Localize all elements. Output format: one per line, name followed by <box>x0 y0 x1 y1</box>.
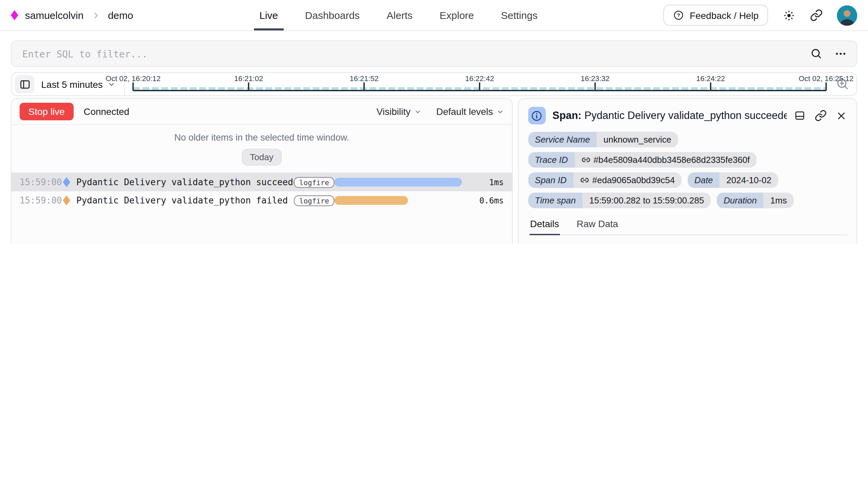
detail-tabs: DetailsRaw Data <box>528 218 847 235</box>
badge-rows: Service Nameunknown_serviceTrace ID#b4e5… <box>528 132 847 208</box>
log-row[interactable]: 15:59:00Pydantic Delivery validate_pytho… <box>11 173 512 191</box>
header-actions: ? Feedback / Help <box>663 5 857 26</box>
log-row-duration: 1ms <box>470 177 504 187</box>
attribute-label: Date <box>688 172 720 188</box>
log-row-message: Pydantic Delivery validate_python succee… <box>76 177 294 187</box>
log-row[interactable]: 15:59:00Pydantic Delivery validate_pytho… <box>11 191 512 210</box>
attribute-pill-time-span: Time span15:59:00.282 to 15:59:00.285 <box>528 193 711 208</box>
dock-panel-icon[interactable] <box>794 109 806 122</box>
nav-tab-explore[interactable]: Explore <box>440 0 474 30</box>
breadcrumb: samuelcolvin demo <box>11 9 133 21</box>
content-panels: Stop live Connected Visibility Default l… <box>11 98 857 244</box>
stop-live-button[interactable]: Stop live <box>20 103 73 120</box>
time-range-label: Last 5 minutes <box>41 79 103 90</box>
chevron-down-icon <box>414 108 421 115</box>
main-nav: LiveDashboardsAlertsExploreSettings <box>259 0 538 30</box>
visibility-dropdown[interactable]: Visibility <box>377 106 422 117</box>
more-options-icon[interactable] <box>834 47 847 60</box>
svg-text:?: ? <box>677 13 680 18</box>
duration-bar-track <box>334 196 462 205</box>
empty-window-message: No older items in the selected time wind… <box>11 132 512 143</box>
log-row-duration: 0.6ms <box>470 196 504 205</box>
log-row-time: 15:59:00 <box>20 177 61 187</box>
share-link-icon[interactable] <box>810 9 823 22</box>
chevron-down-icon <box>496 108 504 115</box>
timeline-tick-label: 16:22:42 <box>465 74 494 82</box>
attribute-label: Service Name <box>528 132 597 147</box>
default-levels-label: Default levels <box>436 106 493 117</box>
badge-row: Service Nameunknown_service <box>528 132 678 147</box>
log-level-diamond-icon <box>63 195 70 205</box>
logfire-tag[interactable]: logfire <box>294 177 335 188</box>
breadcrumb-project[interactable]: demo <box>108 9 133 21</box>
attribute-pill-date: Date2024-10-02 <box>688 172 778 188</box>
live-panel-header: Stop live Connected Visibility Default l… <box>11 99 512 125</box>
timeline-tick <box>594 82 595 91</box>
empty-window-section: No older items in the selected time wind… <box>11 125 512 173</box>
duration-bar-track <box>334 178 462 187</box>
log-level-diamond-icon <box>63 177 70 187</box>
badge-row: Time span15:59:00.282 to 15:59:00.285Dur… <box>528 193 794 208</box>
attribute-value-text: 2024-10-02 <box>726 175 771 185</box>
attribute-pill-trace-id: Trace ID#b4e5809a440dbb3458e68d2335fe360… <box>528 152 757 168</box>
attribute-pill-duration: Duration1ms <box>717 193 794 208</box>
question-circle-icon: ? <box>673 9 684 21</box>
default-levels-dropdown[interactable]: Default levels <box>436 106 504 117</box>
timeline-tick-label: 16:21:02 <box>234 74 263 82</box>
link-icon[interactable] <box>581 155 590 164</box>
badge-row: Trace ID#b4e5809a440dbb3458e68d2335fe360… <box>528 152 757 168</box>
timeline-tick <box>132 82 133 91</box>
theme-toggle-sun-icon[interactable] <box>782 8 796 22</box>
attribute-value-text: 15:59:00.282 to 15:59:00.285 <box>589 195 704 205</box>
info-icon <box>528 107 546 124</box>
sidebar-toggle-icon[interactable] <box>15 75 34 93</box>
feedback-help-button[interactable]: ? Feedback / Help <box>663 5 768 26</box>
sql-filter-bar <box>11 41 857 67</box>
attribute-pill-service-name: Service Nameunknown_service <box>528 132 678 147</box>
timeline-tick <box>825 82 826 91</box>
chevron-right-icon <box>92 11 100 19</box>
log-row-tag-cell: logfire <box>294 195 332 206</box>
nav-tab-settings[interactable]: Settings <box>501 0 537 30</box>
attribute-value: 15:59:00.282 to 15:59:00.285 <box>583 193 711 208</box>
log-list: 15:59:00Pydantic Delivery validate_pytho… <box>11 173 512 210</box>
logfire-logo-icon[interactable] <box>11 10 18 20</box>
timeline-tick-label: Oct 02, 16:20:12 <box>106 74 161 82</box>
timeline-tick-label: 16:24:22 <box>696 74 725 82</box>
nav-tab-alerts[interactable]: Alerts <box>387 0 413 30</box>
attribute-value-text: 1ms <box>770 195 787 205</box>
badge-row: Span ID#eda9065a0bd39c54Date2024-10-02 <box>528 172 778 188</box>
visibility-label: Visibility <box>377 106 411 117</box>
attribute-pill-span-id: Span ID#eda9065a0bd39c54 <box>528 172 682 188</box>
timeline-tick-label: Oct 02, 16:25:12 <box>799 74 854 82</box>
attribute-label: Trace ID <box>528 152 575 168</box>
attribute-value: 2024-10-02 <box>720 172 778 188</box>
breadcrumb-org[interactable]: samuelcolvin <box>25 9 83 21</box>
logfire-tag[interactable]: logfire <box>294 195 335 206</box>
log-row-message: Pydantic Delivery validate_python failed <box>76 195 294 205</box>
link-icon[interactable] <box>580 176 589 185</box>
feedback-help-label: Feedback / Help <box>690 10 759 21</box>
detail-tab-details[interactable]: Details <box>530 218 560 235</box>
user-avatar[interactable] <box>837 5 857 25</box>
attribute-value-text: #eda9065a0bd39c54 <box>592 175 675 185</box>
timeline-tick-label: 16:23:32 <box>581 74 610 82</box>
duration-bar <box>334 178 462 187</box>
today-chip[interactable]: Today <box>242 149 281 166</box>
timeline-track[interactable]: Oct 02, 16:20:1216:21:0216:21:5216:22:42… <box>133 73 826 95</box>
log-row-tag-cell: logfire <box>294 177 332 188</box>
detail-tab-raw-data[interactable]: Raw Data <box>576 218 619 235</box>
nav-tab-dashboards[interactable]: Dashboards <box>305 0 360 30</box>
span-header: Span: Pydantic Delivery validate_python … <box>528 107 847 124</box>
close-icon[interactable] <box>836 110 847 121</box>
timeline-tick-label: 16:21:52 <box>350 74 379 82</box>
attribute-label: Time span <box>528 193 583 208</box>
copy-link-icon[interactable] <box>815 109 827 122</box>
timeline-tick <box>363 82 364 91</box>
sql-filter-input[interactable] <box>21 48 798 60</box>
span-detail-panel: Span: Pydantic Delivery validate_python … <box>518 98 857 244</box>
nav-tab-live[interactable]: Live <box>259 0 278 30</box>
attribute-label: Duration <box>717 193 764 208</box>
search-icon[interactable] <box>810 47 823 60</box>
time-range-bar: Last 5 minutes Oct 02, 16:20:1216:21:021… <box>11 72 857 96</box>
